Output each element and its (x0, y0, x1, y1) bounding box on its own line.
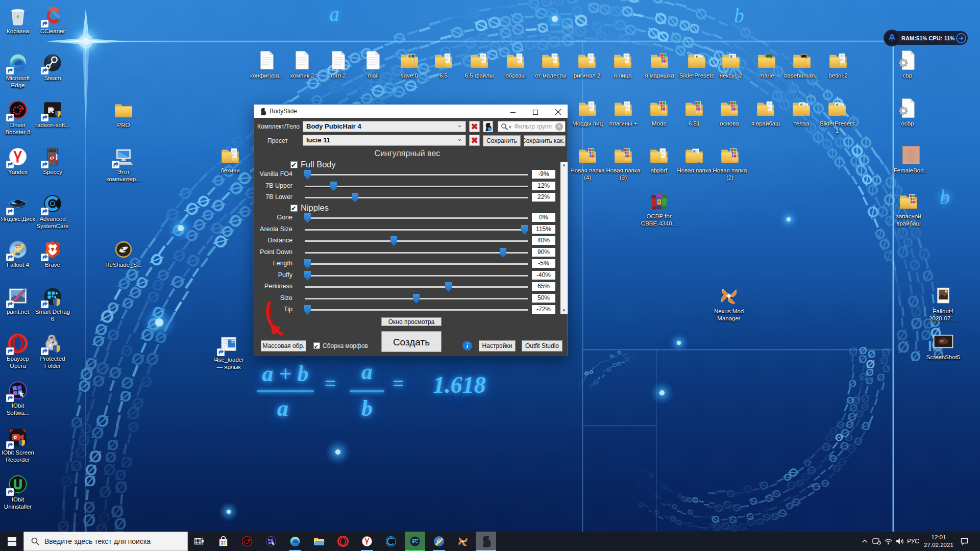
svg-text:a: a (329, 3, 339, 25)
svg-text:I: I (630, 349, 636, 352)
svg-text:I: I (707, 502, 716, 504)
svg-text:Ø: Ø (563, 0, 581, 5)
svg-text:I: I (639, 348, 645, 352)
svg-text:I: I (634, 352, 640, 354)
svg-text:I: I (625, 353, 631, 354)
svg-text:I: I (705, 491, 718, 495)
svg-text:Ø: Ø (635, 464, 646, 474)
svg-text:Ø: Ø (910, 348, 921, 364)
svg-text:Ø: Ø (624, 0, 643, 5)
svg-text:Ø: Ø (573, 394, 578, 400)
svg-text:Ø: Ø (631, 355, 638, 360)
svg-text:Ø: Ø (569, 5, 586, 17)
svg-text:Ø: Ø (617, 477, 627, 487)
svg-text:b: b (734, 5, 744, 27)
svg-text:I: I (629, 472, 636, 481)
svg-text:Ø: Ø (897, 338, 910, 356)
svg-text:Ø: Ø (94, 410, 111, 432)
svg-text:Ø: Ø (142, 347, 162, 370)
